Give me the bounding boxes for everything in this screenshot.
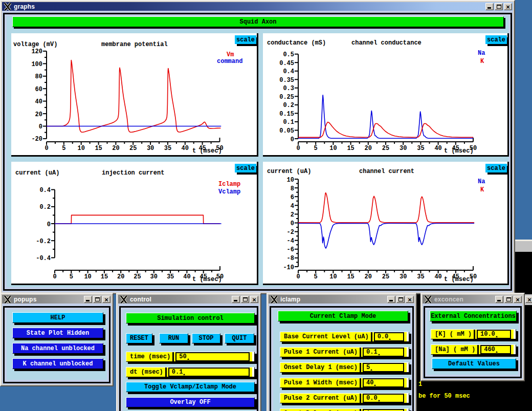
svg-text:80: 80 <box>35 73 42 80</box>
svg-text:current (uA): current (uA) <box>267 168 311 175</box>
svg-text:0.35: 0.35 <box>279 77 294 84</box>
svg-text:conductance (mS): conductance (mS) <box>267 39 326 47</box>
svg-text:-0.4: -0.4 <box>36 255 51 262</box>
svg-text:voltage (mV): voltage (mV) <box>13 41 57 48</box>
svg-text:15: 15 <box>95 145 102 152</box>
svg-text:t (msec): t (msec) <box>444 147 474 155</box>
svg-text:30: 30 <box>147 145 154 152</box>
svg-text:injection current: injection current <box>102 169 164 177</box>
svg-text:20: 20 <box>365 273 372 280</box>
svg-text:0: 0 <box>53 273 56 280</box>
svg-text:120: 120 <box>31 48 42 55</box>
svg-text:t (msec): t (msec) <box>192 276 222 283</box>
svg-text:20: 20 <box>112 145 119 152</box>
svg-text:25: 25 <box>134 273 141 280</box>
svg-text:0: 0 <box>296 145 300 152</box>
svg-text:20: 20 <box>365 145 372 152</box>
svg-text:Vm: Vm <box>227 51 234 58</box>
svg-text:35: 35 <box>417 273 424 280</box>
svg-text:5: 5 <box>314 145 318 152</box>
svg-text:K: K <box>480 58 484 65</box>
svg-text:6: 6 <box>291 194 294 201</box>
svg-text:25: 25 <box>129 145 137 152</box>
svg-text:-10: -10 <box>283 264 294 271</box>
svg-text:25: 25 <box>382 145 389 152</box>
svg-text:-20: -20 <box>31 136 42 143</box>
svg-text:Na: Na <box>478 50 485 57</box>
svg-text:-8: -8 <box>287 255 294 262</box>
svg-text:0.45: 0.45 <box>279 60 294 67</box>
svg-text:Iclamp: Iclamp <box>218 181 240 188</box>
svg-text:60: 60 <box>35 86 42 93</box>
svg-text:-2: -2 <box>287 229 294 236</box>
svg-text:command: command <box>217 58 242 65</box>
svg-text:5: 5 <box>314 273 318 280</box>
svg-text:4: 4 <box>291 203 294 210</box>
svg-text:30: 30 <box>400 273 407 280</box>
svg-text:t (msec): t (msec) <box>192 147 222 155</box>
svg-text:10: 10 <box>329 273 337 280</box>
svg-text:10: 10 <box>287 177 294 184</box>
svg-text:35: 35 <box>417 145 424 152</box>
svg-text:15: 15 <box>347 145 354 152</box>
svg-text:0: 0 <box>45 145 48 152</box>
svg-text:Vclamp: Vclamp <box>218 188 240 196</box>
svg-text:0.5: 0.5 <box>283 51 294 58</box>
svg-text:40: 40 <box>434 273 441 280</box>
svg-text:0.4: 0.4 <box>283 68 294 75</box>
svg-text:8: 8 <box>291 185 294 192</box>
svg-text:15: 15 <box>101 273 108 280</box>
svg-text:100: 100 <box>31 61 42 68</box>
svg-text:channel current: channel current <box>359 168 414 175</box>
svg-text:35: 35 <box>164 145 171 152</box>
svg-text:-4: -4 <box>287 237 294 245</box>
svg-text:0: 0 <box>39 123 42 131</box>
svg-text:0: 0 <box>296 273 300 280</box>
svg-text:2: 2 <box>291 211 294 219</box>
svg-text:20: 20 <box>35 111 42 118</box>
svg-text:0: 0 <box>291 136 294 143</box>
svg-text:40: 40 <box>35 98 42 105</box>
svg-text:0.4: 0.4 <box>39 187 51 194</box>
svg-text:25: 25 <box>382 273 389 280</box>
svg-text:5: 5 <box>62 145 65 152</box>
svg-text:10: 10 <box>329 145 337 152</box>
svg-text:0.05: 0.05 <box>279 127 294 135</box>
svg-text:40: 40 <box>182 145 189 152</box>
svg-text:10: 10 <box>77 145 84 152</box>
svg-text:0.25: 0.25 <box>279 94 294 101</box>
svg-text:membrane potential: membrane potential <box>101 41 168 48</box>
svg-text:channel conductance: channel conductance <box>351 39 422 47</box>
svg-text:0.2: 0.2 <box>283 102 294 109</box>
svg-text:Na: Na <box>478 178 485 185</box>
svg-text:0: 0 <box>47 221 51 228</box>
svg-text:-6: -6 <box>287 246 294 253</box>
svg-text:5: 5 <box>70 273 73 280</box>
svg-text:-0.2: -0.2 <box>36 238 51 245</box>
svg-text:0.3: 0.3 <box>283 85 294 92</box>
svg-text:current (uA): current (uA) <box>15 169 59 177</box>
svg-text:40: 40 <box>434 145 441 152</box>
svg-text:0.1: 0.1 <box>283 119 294 126</box>
svg-text:20: 20 <box>117 273 124 280</box>
svg-text:30: 30 <box>150 273 158 280</box>
svg-text:0.15: 0.15 <box>279 111 294 118</box>
svg-text:0.2: 0.2 <box>39 204 51 211</box>
svg-text:K: K <box>480 186 484 193</box>
svg-text:30: 30 <box>400 145 407 152</box>
svg-text:40: 40 <box>183 273 190 280</box>
svg-text:10: 10 <box>84 273 91 280</box>
svg-text:0: 0 <box>291 220 294 227</box>
svg-text:t (msec): t (msec) <box>444 276 474 283</box>
svg-text:35: 35 <box>167 273 174 280</box>
svg-text:15: 15 <box>347 273 354 280</box>
